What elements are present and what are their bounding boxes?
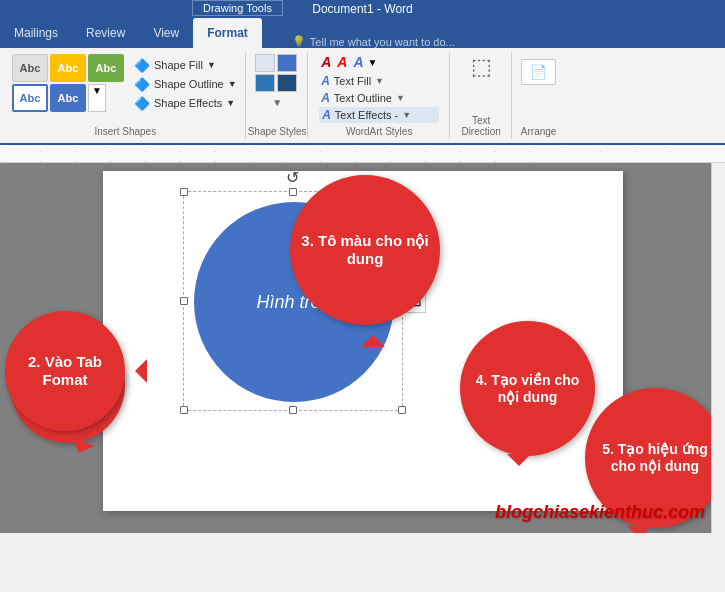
wordart-swatch-blue[interactable]: A	[351, 54, 365, 70]
drawing-tools-badge: Drawing Tools	[192, 0, 283, 16]
shape-fill-icon: 🔷	[134, 58, 150, 73]
wordart-swatch-red2[interactable]: A	[335, 54, 349, 70]
bubble-to-mau: 3. Tô màu cho nội dung	[290, 175, 440, 325]
shape-btn-abc-yellow[interactable]: Abc	[50, 54, 86, 82]
handle-bottom-right[interactable]	[398, 406, 406, 414]
scrollbar-right[interactable]	[711, 163, 725, 533]
handle-top-mid[interactable]	[289, 188, 297, 196]
arrange-group: 📄 Arrange	[514, 52, 564, 139]
shape-effects-icon: 🔷	[134, 96, 150, 111]
style-swatch-2[interactable]	[277, 54, 297, 72]
text-outline-btn[interactable]: A Text Outline ▼	[319, 90, 439, 106]
app-title: Document1 - Word	[312, 2, 412, 16]
shape-btn-abc-gray[interactable]: Abc	[12, 54, 48, 82]
watermark-text: blogchiasekienthuc.com	[495, 502, 705, 523]
shape-styles-more[interactable]: ▼	[255, 94, 299, 110]
text-fill-arrow: ▼	[375, 76, 384, 86]
handle-bottom-left[interactable]	[180, 406, 188, 414]
insert-shapes-group: Abc Abc Abc Abc Abc ▼ 🔷 Shape Fill ▼	[6, 52, 246, 139]
wordart-label: WordArt Styles	[310, 126, 449, 137]
ruler-marks: . . . . . . . . . . . . . . . . . . . . …	[4, 144, 721, 164]
text-direction-label: Text Direction	[452, 115, 511, 137]
text-outline-icon: A	[321, 91, 330, 105]
wordart-group: A A A ▼ A Text Fill ▼ A Text Outline ▼ A…	[310, 52, 450, 139]
bubble-5-text: 5. Tạo hiệu ứng cho nội dung	[595, 441, 715, 475]
bubble-4-text: 4. Tạo viền cho nội dung	[470, 372, 585, 406]
wordart-swatch-red[interactable]: A	[319, 54, 333, 70]
position-icon: 📄	[530, 64, 547, 80]
handle-bottom-mid[interactable]	[289, 406, 297, 414]
tab-view[interactable]: View	[139, 18, 193, 48]
text-outline-arrow: ▼	[396, 93, 405, 103]
shape-styles-label: Shape Styles	[248, 126, 307, 137]
style-swatch-3[interactable]	[255, 74, 275, 92]
document-area: ↺ Hình tròn ⊞ 1. Chọn hình 2. Vào Tab Fo…	[0, 163, 725, 533]
text-effects-label: Text Effects -	[335, 109, 398, 121]
text-fill-btn[interactable]: A Text Fill ▼	[319, 73, 439, 89]
text-fill-icon: A	[321, 74, 330, 88]
ribbon-toolbar: Abc Abc Abc Abc Abc ▼ 🔷 Shape Fill ▼	[0, 48, 725, 145]
shape-btn-abc-blue[interactable]: Abc	[50, 84, 86, 112]
shape-styles-swatches: ▼	[255, 54, 299, 124]
shapes-buttons: Abc Abc Abc Abc Abc ▼ 🔷 Shape Fill ▼	[12, 54, 239, 128]
text-direction-icon[interactable]: ⬚	[471, 54, 492, 80]
text-fill-label: Text Fill	[334, 75, 371, 87]
tab-bar: Mailings Review View Format 💡 Tell me wh…	[0, 18, 725, 48]
handle-mid-left[interactable]	[180, 297, 188, 305]
shape-effects-label: Shape Effects	[154, 97, 222, 109]
tell-me-text: Tell me what you want to do...	[310, 36, 455, 48]
tab-review[interactable]: Review	[72, 18, 139, 48]
shape-fill-btn[interactable]: 🔷 Shape Fill ▼	[132, 57, 239, 74]
shape-btn-abc-green[interactable]: Abc	[88, 54, 124, 82]
text-effects-arrow: ▼	[402, 110, 411, 120]
lightbulb-icon: 💡	[292, 35, 306, 48]
insert-shapes-label: Insert Shapes	[6, 126, 245, 137]
arrange-label: Arrange	[514, 126, 564, 137]
wordart-buttons: A A A ▼ A Text Fill ▼ A Text Outline ▼ A…	[319, 54, 439, 137]
shape-effects-btn[interactable]: 🔷 Shape Effects ▼	[132, 95, 239, 112]
ruler: . . . . . . . . . . . . . . . . . . . . …	[0, 145, 725, 163]
shape-effects-arrow: ▼	[226, 98, 235, 108]
bubble-2-text: 2. Vào Tab Fomat	[15, 353, 115, 389]
tab-mailings[interactable]: Mailings	[0, 18, 72, 48]
shape-outline-arrow: ▼	[228, 79, 237, 89]
title-bar: Drawing Tools Document1 - Word	[0, 0, 725, 18]
text-effects-icon: A	[322, 108, 331, 122]
handle-top-left[interactable]	[180, 188, 188, 196]
text-outline-label: Text Outline	[334, 92, 392, 104]
shape-outline-btn[interactable]: 🔷 Shape Outline ▼	[132, 76, 239, 93]
shape-fill-label: Shape Fill	[154, 59, 203, 71]
shape-outline-label: Shape Outline	[154, 78, 224, 90]
style-swatch-4[interactable]	[277, 74, 297, 92]
text-direction-group: ⬚ Text Direction	[452, 52, 512, 139]
bubble-3-text: 3. Tô màu cho nội dung	[300, 232, 430, 268]
style-swatch-1[interactable]	[255, 54, 275, 72]
tell-me-bar[interactable]: 💡 Tell me what you want to do...	[282, 35, 465, 48]
shape-styles-group: ▼ Shape Styles	[248, 52, 308, 139]
text-effects-btn[interactable]: A Text Effects - ▼	[319, 107, 439, 123]
shape-fill-arrow: ▼	[207, 60, 216, 70]
shape-outline-icon: 🔷	[134, 77, 150, 92]
shapes-more-dropdown[interactable]: ▼	[88, 84, 106, 112]
bubble-vao-tab: 2. Vào Tab Fomat	[5, 311, 125, 431]
bubble-tao-vien: 4. Tạo viền cho nội dung	[460, 321, 595, 456]
tab-format[interactable]: Format	[193, 18, 262, 48]
rotate-handle[interactable]: ↺	[286, 168, 299, 187]
shape-btn-abc-outline[interactable]: Abc	[12, 84, 48, 112]
wordart-more-dropdown[interactable]: ▼	[368, 54, 378, 70]
position-btn[interactable]: 📄	[521, 59, 556, 85]
